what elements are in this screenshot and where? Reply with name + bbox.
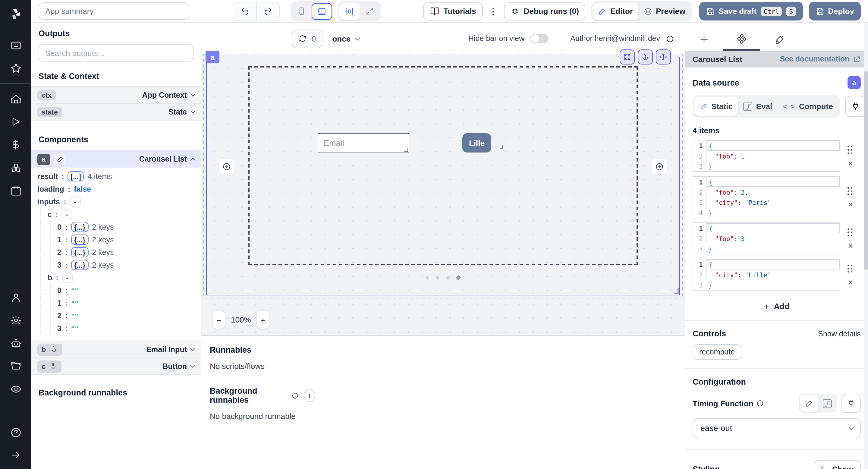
- json-editor[interactable]: 1 { 2 "foo":1 3 }: [692, 140, 840, 172]
- carousel-prev-button[interactable]: [219, 159, 235, 174]
- hide-bar-toggle[interactable]: [530, 34, 549, 43]
- drag-handle-icon[interactable]: [848, 146, 854, 155]
- refresh-button[interactable]: 0: [292, 29, 322, 48]
- mobile-view-button[interactable]: [292, 3, 312, 20]
- styling-brush-tab[interactable]: [760, 29, 798, 51]
- delete-item-icon[interactable]: ×: [848, 160, 853, 166]
- fullscreen-layout-button[interactable]: [360, 3, 380, 20]
- favorites-star-icon[interactable]: [0, 59, 31, 77]
- help-icon[interactable]: [0, 423, 31, 441]
- anchor-component-button[interactable]: [638, 50, 653, 64]
- collapse-button[interactable]: -: [70, 196, 81, 207]
- delete-item-icon[interactable]: ×: [848, 243, 853, 249]
- component-row-carousel[interactable]: a Carousel List: [31, 150, 201, 167]
- search-outputs-input[interactable]: [38, 44, 193, 62]
- expand-component-button[interactable]: [620, 50, 635, 64]
- expand-object-button[interactable]: {...}: [71, 247, 88, 257]
- runs-icon[interactable]: [0, 113, 31, 131]
- user-icon[interactable]: [0, 288, 31, 306]
- rename-pencil-icon[interactable]: [54, 153, 66, 165]
- drag-handle-icon[interactable]: [848, 264, 854, 273]
- settings-gear-icon[interactable]: [0, 311, 31, 329]
- component-settings-tab[interactable]: [723, 29, 760, 51]
- auto-layout-button[interactable]: [339, 3, 360, 20]
- expand-array-button[interactable]: [...]: [67, 171, 84, 182]
- recompute-chip[interactable]: recompute: [692, 344, 741, 360]
- json-editor[interactable]: 1 { 2 "foo":3 3 }: [692, 222, 840, 254]
- resources-icon[interactable]: [0, 159, 31, 177]
- lille-button[interactable]: Lille: [462, 133, 491, 153]
- delete-item-icon[interactable]: ×: [848, 201, 853, 207]
- info-icon[interactable]: [292, 392, 299, 399]
- carousel-dot[interactable]: [426, 276, 429, 279]
- component-row-email-input[interactable]: b Email Input: [31, 341, 201, 358]
- add-background-runnable-button[interactable]: +: [304, 389, 315, 402]
- add-item-button[interactable]: + Add: [692, 302, 861, 312]
- undo-button[interactable]: [233, 2, 256, 20]
- resize-handle-icon[interactable]: [500, 145, 503, 149]
- timing-function-select[interactable]: ease-out: [692, 418, 861, 438]
- editor-tab[interactable]: Editor: [593, 3, 638, 20]
- redo-button[interactable]: [256, 2, 279, 20]
- schedules-icon[interactable]: [0, 182, 31, 199]
- info-icon[interactable]: [756, 400, 764, 407]
- eval-function-button[interactable]: ƒ: [818, 395, 836, 412]
- carousel-next-button[interactable]: [652, 159, 667, 174]
- carousel-dot-active[interactable]: [456, 276, 461, 280]
- eval-mode-button[interactable]: ƒ Eval: [738, 97, 778, 116]
- selected-carousel-component[interactable]: a: [206, 57, 680, 295]
- drag-handle-icon[interactable]: [848, 187, 854, 196]
- debug-runs-button[interactable]: Debug runs (0): [504, 2, 585, 20]
- collapse-button[interactable]: -: [62, 273, 73, 283]
- expand-object-button[interactable]: {...}: [71, 222, 88, 232]
- static-mode-button[interactable]: Static: [694, 97, 738, 116]
- app-summary-input[interactable]: [38, 2, 189, 20]
- schedule-dropdown[interactable]: once: [332, 34, 359, 43]
- scrollbar[interactable]: [864, 23, 868, 469]
- connect-plug-button[interactable]: [845, 96, 866, 117]
- home-icon[interactable]: [0, 90, 31, 108]
- scrollbar-thumb[interactable]: [864, 71, 868, 270]
- preview-tab[interactable]: Preview: [638, 3, 691, 20]
- audit-eye-icon[interactable]: [0, 380, 31, 398]
- expand-object-button[interactable]: {...}: [71, 234, 88, 245]
- info-icon[interactable]: [666, 35, 674, 42]
- delete-item-icon[interactable]: ×: [848, 279, 853, 285]
- drag-handle-icon[interactable]: [848, 228, 854, 237]
- email-input-field[interactable]: [318, 133, 409, 153]
- carousel-dot[interactable]: [446, 276, 450, 279]
- expand-rail-arrow-icon[interactable]: [0, 446, 31, 464]
- tutorials-button[interactable]: Tutorials: [423, 2, 483, 20]
- zoom-out-button[interactable]: −: [212, 310, 225, 329]
- zoom-in-button[interactable]: +: [256, 310, 270, 329]
- show-styling-button[interactable]: Show: [814, 460, 861, 469]
- static-pencil-button[interactable]: [800, 395, 818, 412]
- component-row-button[interactable]: c Button: [31, 357, 201, 375]
- variables-icon[interactable]: [0, 136, 31, 154]
- insert-component-tab[interactable]: [685, 29, 723, 51]
- see-documentation-link[interactable]: See documentation: [780, 55, 861, 63]
- compute-mode-button[interactable]: < > Compute: [778, 97, 838, 116]
- show-details-link[interactable]: Show details: [818, 330, 861, 338]
- carousel-dot[interactable]: [436, 276, 439, 279]
- collapse-button[interactable]: -: [61, 209, 72, 219]
- ctx-row[interactable]: ctx App Context: [31, 86, 201, 104]
- json-editor[interactable]: 1 { 2 "foo":2, 3 "city":"Paris" 4 }: [692, 176, 840, 218]
- windmill-logo[interactable]: [0, 0, 31, 28]
- desktop-view-button[interactable]: [312, 3, 332, 20]
- workers-robot-icon[interactable]: [0, 334, 31, 352]
- more-menu-icon[interactable]: ⋮: [486, 6, 500, 17]
- component-c-badge: c: [41, 363, 45, 370]
- move-component-button[interactable]: [656, 50, 671, 64]
- carousel-slide-card[interactable]: [248, 66, 638, 265]
- save-draft-button[interactable]: Save draft Ctrl S: [699, 2, 803, 21]
- state-row[interactable]: state State: [31, 103, 201, 121]
- component-tag-badge[interactable]: a: [206, 51, 219, 63]
- expand-object-button[interactable]: {...}: [71, 260, 88, 270]
- connect-plug-button[interactable]: [841, 394, 861, 413]
- app-canvas[interactable]: a: [201, 54, 685, 335]
- folders-icon[interactable]: [0, 357, 31, 375]
- apps-icon[interactable]: [0, 36, 31, 54]
- json-editor[interactable]: 1 { 2 "city":"Lille" 3 }: [692, 259, 840, 290]
- deploy-button[interactable]: Deploy: [809, 2, 861, 21]
